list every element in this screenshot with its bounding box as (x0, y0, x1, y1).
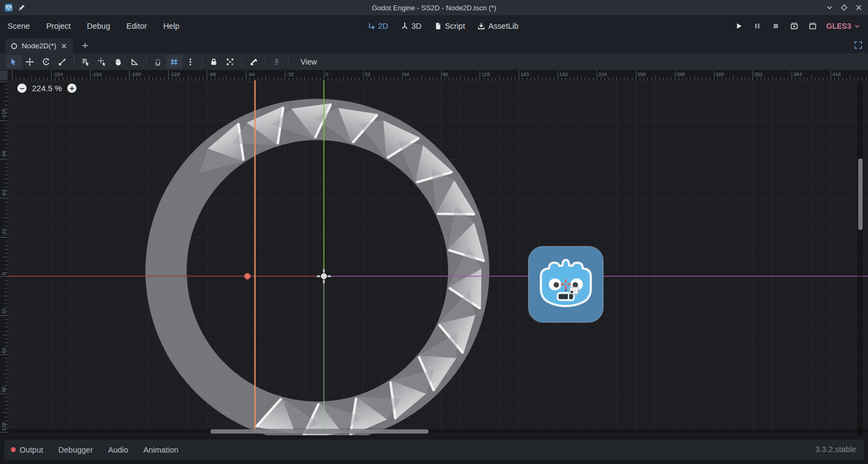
lock-toggle[interactable] (206, 55, 222, 69)
menu-debug[interactable]: Debug (87, 22, 110, 30)
ruler-tick (149, 76, 149, 80)
workspace-3d-icon (400, 22, 409, 30)
pause-button[interactable] (752, 21, 762, 31)
toolbar-divider (288, 56, 289, 67)
ruler-tick (772, 76, 773, 80)
rotate-tool[interactable] (38, 55, 54, 69)
ruler-tick (0, 276, 8, 277)
ruler-tool[interactable] (126, 55, 143, 69)
ruler-label: 64 (404, 71, 410, 77)
zoom-percent-label[interactable]: 224.5 % (32, 84, 62, 93)
ruler-tick (0, 120, 8, 121)
workspace-2d[interactable]: 2D (367, 22, 388, 30)
smart-snap-toggle[interactable] (150, 55, 166, 69)
close-button[interactable] (854, 3, 864, 12)
zoom-widget: − 224.5 % + (17, 84, 76, 93)
ruler-label: 384 (793, 71, 802, 77)
bottom-tab-animation[interactable]: Animation (143, 446, 178, 454)
zoom-in-button[interactable]: + (67, 84, 76, 93)
toolbar-divider (202, 56, 202, 67)
stop-button[interactable] (771, 21, 781, 31)
ruler-label: 0 (326, 71, 328, 77)
ruler-tick (324, 71, 324, 80)
renderer-select[interactable]: GLES3 (826, 22, 861, 30)
distraction-free-button[interactable] (853, 40, 864, 50)
ruler-label: -160 (131, 71, 141, 77)
select-tool[interactable] (5, 55, 22, 69)
ruler-label: 192 (559, 71, 568, 77)
control-point[interactable] (245, 274, 251, 279)
workspace-assetlib[interactable]: AssetLib (477, 22, 519, 30)
ruler-tick (792, 71, 792, 80)
zoom-out-button[interactable]: − (17, 84, 27, 93)
workspace-3d[interactable]: 3D (400, 22, 422, 30)
ruler-tick (51, 71, 52, 80)
ruler-tick (3, 412, 8, 413)
list-select-tool[interactable] (78, 55, 94, 69)
minimize-button[interactable] (825, 3, 834, 12)
ruler-label: 128 (1, 423, 7, 431)
ruler-tick (285, 71, 285, 80)
ruler-tick (558, 71, 558, 80)
vertical-ruler[interactable]: -128-96-64-320326496128 (0, 80, 8, 435)
ruler-label: -64 (1, 190, 7, 198)
move-tool[interactable] (22, 55, 38, 69)
chevron-down-icon (853, 22, 861, 30)
menu-project[interactable]: Project (46, 22, 71, 30)
pan-tool[interactable] (110, 55, 126, 69)
output-status-dot (11, 447, 16, 452)
bottom-tab-audio[interactable]: Audio (108, 446, 128, 454)
title-bar: Godot Engine - SS2D - Node2D.tscn (*) (0, 0, 868, 15)
ruler-label: 160 (520, 71, 529, 77)
skeleton-bone[interactable] (245, 55, 261, 69)
view-menu-button[interactable]: View (296, 56, 321, 68)
tab-close-icon[interactable] (60, 42, 68, 50)
ruler-label: 96 (443, 71, 449, 77)
v-scrollbar-track[interactable] (857, 80, 863, 435)
ruler-tick (616, 76, 617, 80)
godot-icon-sprite[interactable] (528, 246, 603, 322)
viewport-canvas[interactable]: − 224.5 % + (8, 80, 868, 435)
ruler-tick (733, 76, 733, 80)
workspace-2d-icon (367, 22, 375, 30)
horizontal-ruler[interactable]: -224-192-160-128-96-64-32032649612816019… (8, 71, 868, 80)
ruler-tick (0, 393, 8, 394)
play-button[interactable] (734, 21, 744, 31)
v-scrollbar-thumb[interactable] (858, 158, 863, 230)
move-pivot-tool[interactable] (94, 55, 110, 69)
menu-editor[interactable]: Editor (126, 22, 147, 30)
ruler-label: 416 (832, 71, 841, 77)
scale-tool[interactable] (54, 55, 71, 69)
toolbar-divider (146, 56, 146, 67)
ruler-tick (382, 76, 383, 80)
snap-options[interactable] (182, 55, 199, 69)
workspace-script[interactable]: Script (433, 22, 465, 30)
window-controls (825, 0, 864, 15)
ruler-tick (811, 76, 812, 80)
h-scrollbar-track[interactable] (8, 429, 868, 434)
menu-scene[interactable]: Scene (8, 22, 30, 30)
menu-bar: SceneProjectDebugEditorHelp 2D3DScriptAs… (0, 15, 868, 37)
ruler-tick (207, 71, 207, 80)
maximize-button[interactable] (839, 3, 849, 12)
skeleton-options[interactable] (269, 55, 285, 69)
ruler-label: 64 (1, 347, 7, 353)
workspace-script-icon (433, 22, 442, 30)
ruler-tick (3, 179, 8, 179)
play-custom-scene-button[interactable] (808, 21, 818, 31)
add-scene-tab-button[interactable] (79, 40, 91, 52)
play-scene-button[interactable] (789, 21, 799, 31)
grid-snap-toggle[interactable] (166, 55, 182, 69)
h-scrollbar-thumb[interactable] (210, 429, 429, 434)
ruler-tick (343, 76, 344, 80)
ruler-label: 96 (1, 386, 7, 392)
group-toggle[interactable] (222, 55, 238, 69)
bottom-tab-debugger[interactable]: Debugger (59, 446, 93, 454)
ruler-tick (636, 71, 636, 80)
ruler-label: 288 (676, 71, 685, 77)
tab-node2d[interactable]: Node2D(*) (5, 39, 73, 53)
bottom-tab-output[interactable]: Output (11, 446, 43, 454)
ruler-tick (0, 354, 8, 355)
ruler-tick (0, 237, 8, 238)
menu-help[interactable]: Help (163, 22, 180, 30)
